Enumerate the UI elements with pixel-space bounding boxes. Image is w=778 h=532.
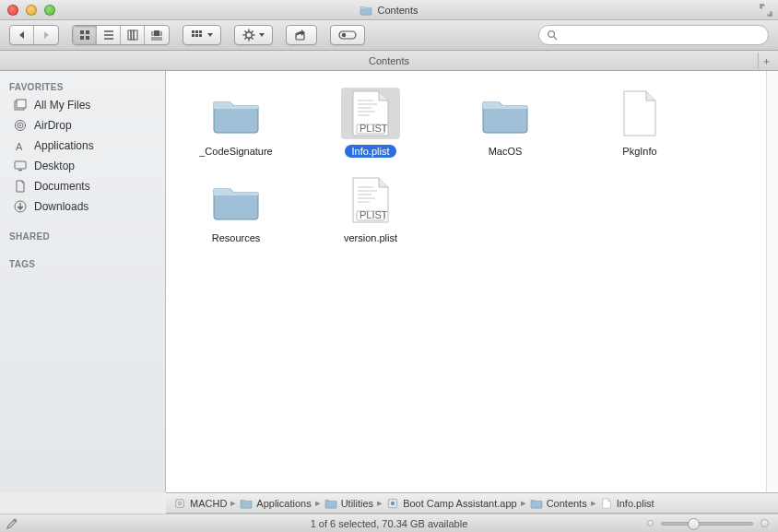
svg-rect-3 [86,36,89,40]
window-title-text: Contents [377,5,418,16]
sidebar-item-label: Documents [34,180,90,193]
file-thumbnail [610,88,669,139]
svg-rect-14 [195,34,198,37]
window-title: Contents [0,5,778,16]
new-tab-button[interactable]: ＋ [758,53,774,69]
file-item[interactable]: _CodeSignature [171,84,301,161]
svg-point-16 [246,32,252,38]
svg-point-34 [19,124,21,126]
svg-line-21 [244,30,246,32]
file-label: Resources [205,231,268,244]
folder-icon [360,5,372,16]
path-component[interactable]: MACHD [173,498,227,509]
svg-rect-15 [199,34,202,37]
icon-size-slider[interactable] [647,519,769,527]
sidebar-item-label: Desktop [34,160,75,172]
desktop-icon [13,159,28,173]
path-component[interactable]: Info.plist [600,498,654,509]
downloads-icon [13,199,28,214]
svg-line-24 [244,38,246,40]
search-input[interactable] [563,30,760,41]
file-thumbnail: PLIST [341,174,400,226]
slider-track[interactable] [661,522,753,526]
path-component[interactable]: Boot Camp Assistant.app [386,498,517,509]
path-label: Utilities [341,498,373,509]
path-separator-icon: ▸ [315,497,321,509]
sidebar-item-label: Applications [34,139,94,152]
svg-line-29 [554,37,557,40]
svg-rect-1 [86,30,89,34]
svg-rect-11 [195,30,198,33]
nav-buttons [9,25,59,45]
svg-rect-9 [160,31,163,36]
file-icon-view[interactable]: _CodeSignaturePLISTInfo.plistMacOSPkgInf… [166,71,766,492]
view-mode-buttons [72,25,170,45]
svg-line-22 [252,38,253,40]
sidebar-item-downloads[interactable]: Downloads [0,196,165,217]
svg-rect-36 [15,161,26,169]
file-thumbnail [206,88,265,139]
status-bar: 1 of 6 selected, 70.34 GB available [0,514,778,532]
svg-rect-26 [339,31,356,39]
path-label: Contents [547,498,587,509]
svg-rect-10 [192,30,194,33]
documents-icon [13,179,28,194]
tab-label[interactable]: Contents [369,55,409,66]
fullscreen-button[interactable] [760,4,772,17]
svg-rect-8 [151,31,154,36]
sidebar-section-shared: SHARED [0,226,165,244]
file-label: version.plist [336,231,405,244]
vertical-scrollbar[interactable] [766,71,778,492]
path-label: MACHD [190,498,227,509]
file-item[interactable]: MacOS [441,84,570,161]
icon-view-button[interactable] [73,26,97,44]
sidebar-item-label: AirDrop [34,119,72,132]
sidebar-item-all-my-files[interactable]: All My Files [0,95,165,115]
coverflow-view-button[interactable] [145,26,169,44]
sidebar-item-label: All My Files [34,99,90,112]
sidebar-item-label: Downloads [34,200,88,213]
slider-min-icon [647,520,654,526]
title-bar: Contents [0,0,778,20]
arrange-menu-button[interactable] [183,25,221,45]
path-label: Info.plist [617,498,654,509]
svg-text:A: A [16,141,23,152]
back-button[interactable] [10,26,34,44]
slider-knob[interactable] [688,518,700,530]
forward-button[interactable] [34,26,58,44]
sidebar-item-applications[interactable]: A Applications [0,136,165,156]
file-item[interactable]: PLISTversion.plist [306,171,435,248]
all-my-files-icon [13,98,28,112]
file-label: Info.plist [345,145,397,158]
search-icon [547,30,558,41]
svg-rect-7 [154,30,159,36]
path-label: Boot Camp Assistant.app [403,498,517,509]
toolbar [0,20,778,51]
airdrop-icon [13,118,28,133]
svg-line-23 [252,30,253,32]
tab-bar: Contents ＋ [0,51,778,71]
file-thumbnail [206,174,265,226]
file-item[interactable]: PLISTInfo.plist [306,84,435,161]
path-component[interactable]: Utilities [324,498,373,509]
sidebar-item-airdrop[interactable]: AirDrop [0,115,165,136]
sidebar: FAVORITES All My Files AirDrop A Applica… [0,71,166,492]
file-item[interactable]: PkgInfo [575,84,704,161]
tags-button[interactable] [330,25,365,45]
share-button[interactable] [286,25,317,45]
path-separator-icon: ▸ [230,497,236,509]
path-component[interactable]: Applications [240,498,311,509]
sidebar-item-desktop[interactable]: Desktop [0,156,165,176]
search-field[interactable] [538,25,769,45]
file-item[interactable]: Resources [171,171,301,248]
sidebar-item-documents[interactable]: Documents [0,176,165,196]
svg-point-54 [178,502,181,504]
path-component[interactable]: Contents [530,498,587,509]
action-menu-button[interactable] [234,25,273,45]
path-separator-icon: ▸ [591,497,596,509]
svg-point-27 [342,33,346,37]
list-view-button[interactable] [97,26,121,44]
svg-point-28 [548,31,555,38]
path-bar: MACHD▸Applications▸Utilities▸Boot Camp A… [166,492,778,514]
column-view-button[interactable] [121,26,145,44]
